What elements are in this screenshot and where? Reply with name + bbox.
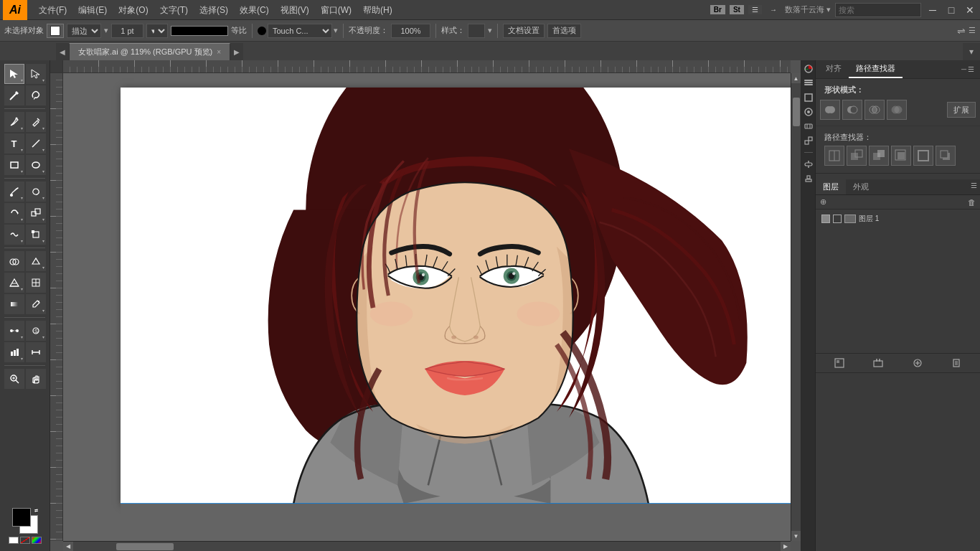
pf-merge[interactable] [869, 146, 889, 166]
fill-stroke-selector[interactable] [47, 24, 64, 38]
layout-toggle[interactable]: ☰ [748, 5, 762, 14]
close-button[interactable]: ✕ [963, 3, 977, 17]
layer-lock-icon[interactable] [833, 215, 842, 223]
none-color-swatch[interactable] [9, 537, 42, 544]
menu-file[interactable]: 文件(F) [33, 0, 72, 20]
blend-tool[interactable]: ▾ [4, 321, 24, 341]
pf-outline[interactable] [913, 146, 933, 166]
tab-scroll-left[interactable]: ◀ [56, 43, 69, 60]
live-paint-tool[interactable]: ▾ [26, 251, 46, 271]
panel-icon-properties[interactable] [803, 159, 814, 170]
perspective-grid-tool[interactable]: ▾ [4, 273, 24, 293]
white-swatch[interactable] [9, 537, 19, 544]
eyedropper-tool[interactable]: ▾ [26, 294, 46, 314]
settings-extra-icon[interactable]: ☰ [969, 26, 976, 35]
none-swatch[interactable] [20, 537, 30, 544]
panel-icon-color[interactable] [803, 63, 814, 75]
ellipse-tool[interactable]: ▾ [26, 155, 46, 175]
scroll-right-button[interactable]: ▶ [781, 542, 791, 552]
layer-visibility-icon[interactable] [821, 215, 830, 223]
shape-mode-minus-front[interactable] [842, 100, 862, 120]
panel-bottom-icon-3[interactable] [911, 357, 924, 369]
brush-selector[interactable]: Touch C... ▾ [258, 24, 338, 38]
direct-select-tool[interactable]: ▾ [26, 64, 46, 84]
expand-button[interactable]: 扩展 [947, 102, 976, 118]
swap-icon[interactable]: ⇄ [31, 508, 38, 514]
scroll-track-v[interactable] [791, 83, 801, 531]
scroll-thumb-v[interactable] [793, 98, 800, 126]
stroke-style-select[interactable]: 描边 [67, 24, 101, 38]
opacity-input[interactable] [391, 24, 430, 38]
locate-layer-icon[interactable]: ⊕ [820, 197, 826, 207]
minimize-button[interactable]: ─ [925, 3, 940, 17]
vertical-scrollbar[interactable]: ▲ ▼ [791, 73, 801, 541]
tab-align[interactable]: 对齐 [819, 60, 849, 78]
free-transform-tool[interactable]: ▾ [26, 225, 46, 245]
rotate-tool[interactable]: ▾ [4, 203, 24, 223]
lasso-tool[interactable] [26, 85, 46, 105]
type-tool[interactable]: T ▾ [4, 133, 24, 154]
menu-effect[interactable]: 效果(C) [234, 0, 275, 20]
measure-tool[interactable] [26, 342, 46, 362]
panel-icon-symbols[interactable] [803, 121, 814, 132]
shape-mode-exclude[interactable] [887, 100, 907, 120]
mesh-tool[interactable] [26, 273, 46, 293]
zoom-tool[interactable] [4, 369, 24, 389]
fill-swatch[interactable] [12, 508, 31, 527]
menu-object[interactable]: 对象(O) [113, 0, 154, 20]
tab-appearance[interactable]: 外观 [846, 179, 876, 194]
menu-edit[interactable]: 编辑(E) [72, 0, 113, 20]
scroll-up-button[interactable]: ▲ [791, 73, 801, 83]
tab-close-icon[interactable]: × [217, 48, 221, 56]
menu-text[interactable]: 文字(T) [154, 0, 194, 20]
pencil-tool[interactable]: ▾ [26, 112, 46, 132]
pen-tool[interactable]: ▾ [4, 112, 24, 132]
stroke-unit-select[interactable]: ▾ [146, 24, 168, 38]
line-tool[interactable]: ▾ [26, 133, 46, 154]
scroll-left-button[interactable]: ◀ [63, 542, 73, 552]
tab-menu-button[interactable]: ▾ [963, 43, 980, 60]
menu-window[interactable]: 窗口(W) [315, 0, 357, 20]
doc-settings-button[interactable]: 文档设置 [503, 24, 545, 38]
scale-tool[interactable]: ▾ [26, 203, 46, 223]
menu-view[interactable]: 视图(V) [275, 0, 315, 20]
stroke-width-input[interactable] [111, 24, 143, 38]
menu-help[interactable]: 帮助(H) [357, 0, 398, 20]
scroll-thumb-h[interactable] [116, 543, 174, 550]
search-input[interactable] [835, 3, 921, 17]
tab-pathfinder[interactable]: 路径查找器 [849, 60, 903, 78]
horizontal-scrollbar[interactable]: ◀ ▶ [63, 541, 791, 551]
arrow-icon[interactable]: → [766, 5, 781, 14]
delete-layer-icon[interactable]: 🗑 [968, 198, 976, 207]
pf-divide[interactable] [824, 146, 844, 166]
shape-mode-intersect[interactable] [864, 100, 885, 120]
panel-bottom-icon-1[interactable] [833, 357, 846, 369]
warp-tool[interactable]: ▾ [4, 225, 24, 245]
scroll-down-button[interactable]: ▼ [791, 531, 801, 541]
panel-icon-swatches[interactable] [803, 106, 814, 118]
layers-menu-icon[interactable]: ☰ [968, 179, 980, 194]
panel-bottom-icon-4[interactable] [950, 357, 963, 369]
brush-select[interactable]: Touch C... [268, 24, 332, 38]
shape-builder-tool[interactable] [4, 251, 24, 271]
paintbrush-tool[interactable]: ▾ [4, 182, 24, 202]
column-graph-tool[interactable]: ▾ [4, 342, 24, 362]
layer-item-1[interactable]: 图层 1 [819, 212, 977, 225]
symbol-tool[interactable]: S ▾ [26, 321, 46, 341]
scroll-track-h[interactable] [73, 542, 781, 551]
pf-minus-back[interactable] [936, 146, 956, 166]
tab-layers[interactable]: 图层 [816, 179, 846, 194]
panel-icon-align[interactable] [803, 173, 814, 184]
rect-tool[interactable]: ▾ [4, 155, 24, 175]
maximize-button[interactable]: □ [944, 3, 958, 17]
magic-wand-tool[interactable] [4, 85, 24, 105]
canvas-container[interactable] [63, 73, 791, 541]
blob-brush-tool[interactable]: ▾ [26, 182, 46, 202]
preferences-button[interactable]: 首选项 [547, 24, 581, 38]
document-tab[interactable]: 女歌唱家.ai @ 119% (RGB/GPU 预览) × [69, 43, 230, 60]
gradient-tool[interactable] [4, 294, 24, 314]
panel-minimize-icon[interactable]: ─ [961, 65, 966, 73]
panel-menu-icon[interactable]: ☰ [968, 65, 974, 73]
menu-select[interactable]: 选择(S) [194, 0, 234, 20]
pf-trim[interactable] [847, 146, 867, 166]
